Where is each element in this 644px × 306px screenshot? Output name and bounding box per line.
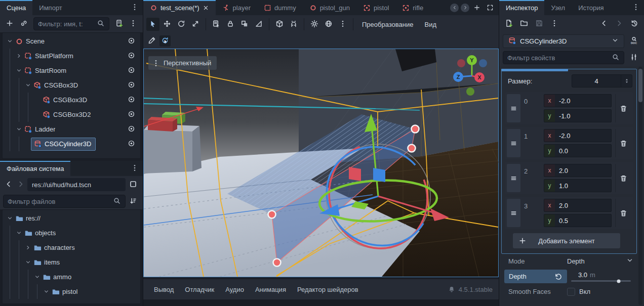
scene-tab-pistol_gun[interactable]: pistol_gun [303, 0, 356, 15]
3d-scene[interactable]: Y X Z [144, 49, 498, 277]
point-handle[interactable] [268, 211, 276, 218]
slider-knob[interactable] [617, 279, 621, 283]
open-docs-button[interactable]: DOC [627, 34, 640, 48]
tree-expand-arrow[interactable] [33, 274, 41, 280]
tree-expand-arrow[interactable] [6, 215, 14, 222]
mode-dropdown[interactable]: Depth [567, 256, 634, 266]
y-value[interactable]: 0.0 [555, 145, 611, 157]
y-field[interactable]: y1.0 [544, 179, 612, 192]
select-tool-button[interactable] [146, 18, 159, 31]
array-size-spinner[interactable]: 4 [572, 74, 632, 88]
delete-element-button[interactable] [615, 94, 631, 122]
next-scene-tab-button[interactable] [461, 4, 469, 12]
y-field[interactable]: y-1.0 [544, 109, 612, 122]
tree-item[interactable]: CSGBox3D [3, 78, 140, 93]
property-filter-field[interactable] [503, 51, 624, 64]
delete-element-button[interactable] [615, 199, 631, 227]
tree-expand-arrow[interactable] [6, 38, 14, 45]
prev-scene-tab-button[interactable] [450, 4, 459, 12]
tree-item[interactable]: CSGCylinder3D [3, 137, 140, 151]
lock-node-button[interactable] [224, 18, 237, 31]
scrollbar-thumb[interactable] [638, 69, 642, 102]
tree-item[interactable]: StartPlatform [3, 49, 140, 63]
edit-points-button[interactable] [146, 35, 157, 47]
drag-handle[interactable] [507, 164, 520, 192]
move-tool-button[interactable] [160, 18, 174, 31]
smooth-faces-checkbox[interactable] [567, 288, 575, 296]
x-value[interactable]: 2.0 [555, 164, 611, 177]
property-row-smooth-faces[interactable]: Smooth Faces Вкл [501, 284, 637, 299]
tree-item[interactable]: pistol [3, 284, 140, 299]
axis-neg-x-ball[interactable] [457, 59, 465, 67]
visibility-eye-icon[interactable] [128, 81, 138, 90]
tree-expand-arrow[interactable] [15, 230, 23, 236]
bell-icon[interactable] [448, 286, 455, 293]
axis-neg-y-ball[interactable] [466, 88, 474, 96]
visibility-eye-icon[interactable] [128, 66, 138, 75]
fs-current-path[interactable]: res://ui/hud/hud.tscn [27, 178, 126, 191]
delete-element-button[interactable] [615, 129, 631, 157]
list-select-tool-button[interactable] [210, 18, 223, 31]
tree-item[interactable]: objects [3, 226, 140, 240]
visibility-eye-icon[interactable] [128, 140, 138, 149]
visibility-eye-icon[interactable] [128, 125, 138, 134]
instance-scene-button[interactable] [17, 17, 30, 30]
tree-item[interactable]: ammo [3, 270, 140, 284]
group-node-button[interactable] [238, 18, 251, 31]
tree-item[interactable]: res:// [3, 211, 140, 226]
tree-expand-arrow[interactable] [15, 53, 23, 59]
depth-spin-slider[interactable]: 3.0 m [571, 271, 634, 282]
x-field[interactable]: x-2.0 [544, 94, 612, 107]
tree-item[interactable]: characters [3, 240, 140, 255]
scene-filter-input[interactable] [38, 20, 94, 28]
bottom-panel-2[interactable]: Аудио [221, 283, 249, 296]
add-element-button[interactable]: Добавить элемент [513, 233, 620, 248]
tab-scene-dock-0[interactable]: Сцена [0, 0, 32, 15]
y-value[interactable]: 1.0 [555, 180, 611, 192]
tree-expand-arrow[interactable] [15, 126, 23, 133]
viewport-extra-menu-button[interactable] [336, 18, 349, 31]
x-field[interactable]: x2.0 [544, 199, 612, 212]
delete-element-button[interactable] [615, 164, 631, 192]
rotate-tool-button[interactable] [175, 18, 188, 31]
scene-tab-player[interactable]: player [216, 0, 257, 15]
tree-expand-arrow[interactable] [24, 82, 32, 89]
tab-inspector-2[interactable]: История [572, 0, 610, 15]
fs-filter-input[interactable] [8, 198, 110, 205]
y-value[interactable]: -1.0 [555, 110, 611, 122]
menu-view[interactable]: Вид [420, 18, 442, 31]
preview-environment-button[interactable] [322, 18, 335, 31]
bottom-panel-3[interactable]: Анимация [251, 283, 291, 296]
visibility-eye-icon[interactable] [128, 52, 138, 61]
scene-tab-test_scene[interactable]: test_scene(*) [143, 0, 216, 15]
3d-viewport[interactable]: Y X Z Перспективный [143, 49, 499, 277]
revert-icon[interactable] [554, 273, 562, 281]
y-field[interactable]: y0.5 [544, 214, 612, 227]
history-forward-button[interactable] [614, 18, 625, 29]
x-field[interactable]: x2.0 [544, 164, 612, 177]
ruler-tool-button[interactable] [252, 18, 265, 31]
spinner-arrows-icon[interactable] [621, 75, 632, 87]
dock-menu-button[interactable] [127, 0, 143, 15]
close-icon[interactable] [203, 5, 209, 11]
visibility-eye-icon[interactable] [128, 37, 138, 46]
y-value[interactable]: 0.5 [555, 214, 611, 227]
tree-expand-arrow[interactable] [24, 259, 32, 266]
tree-item[interactable]: StartRoom [3, 63, 140, 78]
tree-expand-arrow[interactable] [15, 67, 23, 74]
point-handle[interactable] [273, 259, 281, 267]
drag-handle[interactable] [507, 129, 520, 157]
drag-handle[interactable] [507, 94, 520, 122]
tab-filesystem[interactable]: Файловая система [0, 161, 70, 176]
tree-item[interactable]: Ladder [3, 122, 140, 137]
tab-inspector-1[interactable]: Узел [544, 0, 572, 15]
bottom-panel-1[interactable]: Отладчик [180, 283, 219, 296]
scene-tab-rifle[interactable]: rifle [395, 0, 430, 15]
fs-sort-button[interactable] [127, 195, 140, 208]
new-resource-button[interactable] [503, 18, 514, 29]
history-back-button[interactable] [598, 18, 610, 29]
scene-tab-dummy[interactable]: dummy [257, 0, 303, 15]
axis-neg-z-ball[interactable] [479, 59, 487, 67]
property-tools-button[interactable] [627, 51, 640, 65]
new-scene-tab-button[interactable] [471, 2, 482, 13]
